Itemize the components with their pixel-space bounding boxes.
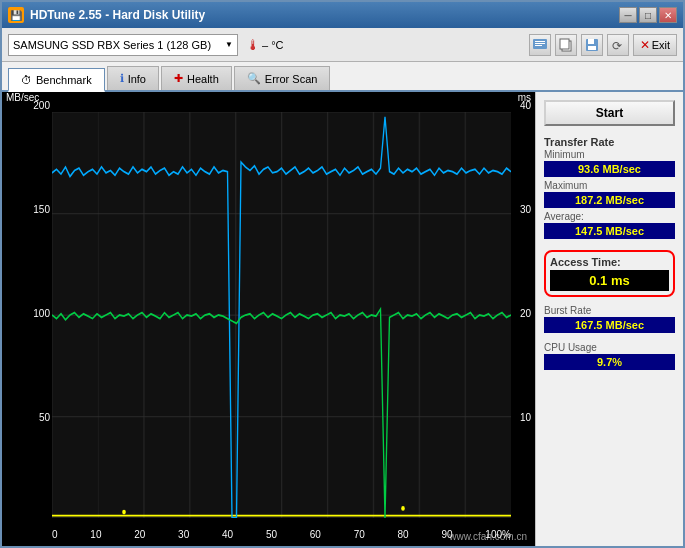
start-button[interactable]: Start [544, 100, 675, 126]
benchmark-tab-label: Benchmark [36, 74, 92, 86]
exit-button[interactable]: ✕ Exit [633, 34, 677, 56]
chart-x-labels: 0 10 20 30 40 50 60 70 80 90 100% [52, 529, 511, 540]
temperature-indicator: 🌡 – °C [246, 37, 284, 53]
disk-selector[interactable]: SAMSUNG SSD RBX Series 1 (128 GB) ▼ [8, 34, 238, 56]
chart-area: MB/sec ms 200 150 100 50 40 30 20 10 [2, 92, 535, 546]
window-title: HDTune 2.55 - Hard Disk Utility [30, 8, 205, 22]
watermark: www.cfan.com.cn [449, 531, 527, 542]
chart-y-labels-left: 200 150 100 50 [6, 100, 50, 516]
title-bar: 💾 HDTune 2.55 - Hard Disk Utility ─ □ ✕ [2, 2, 683, 28]
error-scan-tab-icon: 🔍 [247, 72, 261, 85]
maximize-button[interactable]: □ [639, 7, 657, 23]
chart-y-labels-right: 40 30 20 10 [520, 100, 531, 516]
minimum-label: Minimum [544, 149, 675, 160]
temperature-value: – °C [262, 39, 284, 51]
svg-rect-7 [588, 39, 594, 44]
copy-icon[interactable] [555, 34, 577, 56]
svg-rect-3 [535, 45, 542, 46]
average-label: Average: [544, 211, 675, 222]
disk-dropdown[interactable]: SAMSUNG SSD RBX Series 1 (128 GB) ▼ [8, 34, 238, 56]
tab-benchmark[interactable]: ⏱ Benchmark [8, 68, 105, 92]
health-tab-icon: ✚ [174, 72, 183, 85]
info-tab-label: Info [128, 73, 146, 85]
cpu-usage-label: CPU Usage [544, 342, 675, 353]
average-value: 147.5 MB/sec [544, 223, 675, 239]
burst-rate-label: Burst Rate [544, 305, 675, 316]
app-icon: 💾 [8, 7, 24, 23]
minimize-button[interactable]: ─ [619, 7, 637, 23]
access-time-label: Access Time: [550, 256, 669, 268]
exit-icon: ✕ [640, 38, 650, 52]
thermometer-icon: 🌡 [246, 37, 260, 53]
svg-point-25 [401, 506, 405, 511]
dropdown-arrow-icon: ▼ [225, 40, 233, 49]
tab-error-scan[interactable]: 🔍 Error Scan [234, 66, 331, 90]
disk-info-icon[interactable] [529, 34, 551, 56]
toolbar: SAMSUNG SSD RBX Series 1 (128 GB) ▼ 🌡 – … [2, 28, 683, 62]
tab-health[interactable]: ✚ Health [161, 66, 232, 90]
main-content: MB/sec ms 200 150 100 50 40 30 20 10 [2, 92, 683, 546]
burst-rate-value: 167.5 MB/sec [544, 317, 675, 333]
svg-rect-1 [535, 41, 545, 42]
burst-rate-section: Burst Rate 167.5 MB/sec [544, 305, 675, 336]
benchmark-chart [52, 112, 511, 518]
main-window: 💾 HDTune 2.55 - Hard Disk Utility ─ □ ✕ … [0, 0, 685, 548]
maximum-label: Maximum [544, 180, 675, 191]
transfer-rate-section: Transfer Rate Minimum 93.6 MB/sec Maximu… [544, 136, 675, 242]
save-icon[interactable] [581, 34, 603, 56]
cpu-usage-section: CPU Usage 9.7% [544, 342, 675, 373]
svg-rect-5 [560, 39, 569, 49]
error-scan-tab-label: Error Scan [265, 73, 318, 85]
tab-info[interactable]: ℹ Info [107, 66, 159, 90]
tab-bar: ⏱ Benchmark ℹ Info ✚ Health 🔍 Error Scan [2, 62, 683, 92]
svg-point-24 [122, 510, 126, 515]
access-time-section: Access Time: 0.1 ms [544, 250, 675, 297]
transfer-rate-label: Transfer Rate [544, 136, 675, 148]
toolbar-icons: ⟳ ✕ Exit [529, 34, 677, 56]
svg-text:⟳: ⟳ [612, 39, 622, 53]
svg-rect-2 [535, 43, 545, 44]
maximum-value: 187.2 MB/sec [544, 192, 675, 208]
title-bar-left: 💾 HDTune 2.55 - Hard Disk Utility [8, 7, 205, 23]
svg-rect-8 [588, 46, 596, 50]
benchmark-tab-icon: ⏱ [21, 74, 32, 86]
disk-name: SAMSUNG SSD RBX Series 1 (128 GB) [13, 39, 211, 51]
close-button[interactable]: ✕ [659, 7, 677, 23]
side-panel: Start Transfer Rate Minimum 93.6 MB/sec … [535, 92, 683, 546]
cpu-usage-value: 9.7% [544, 354, 675, 370]
minimum-value: 93.6 MB/sec [544, 161, 675, 177]
health-tab-label: Health [187, 73, 219, 85]
window-controls: ─ □ ✕ [619, 7, 677, 23]
refresh-icon[interactable]: ⟳ [607, 34, 629, 56]
info-tab-icon: ℹ [120, 72, 124, 85]
access-time-value: 0.1 ms [550, 270, 669, 291]
exit-label: Exit [652, 39, 670, 51]
